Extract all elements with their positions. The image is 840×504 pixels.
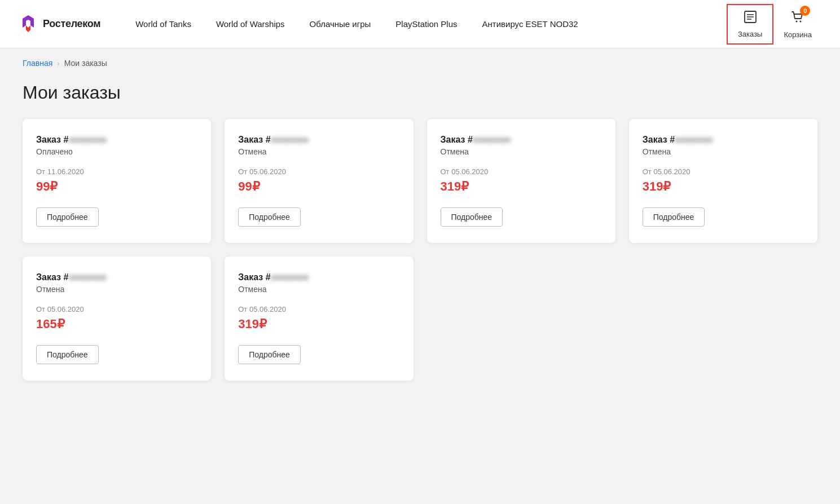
orders-grid-row2: Заказ #●●●●●●● Отмена От 05.06.2020 165₽… xyxy=(0,257,840,403)
order-detail-btn-1[interactable]: Подробнее xyxy=(36,207,99,227)
order-number-5: Заказ #●●●●●●● xyxy=(36,272,197,282)
order-card-1: Заказ #●●●●●●● Оплачено От 11.06.2020 99… xyxy=(23,119,211,243)
orders-button[interactable]: Заказы xyxy=(727,4,773,45)
breadcrumb-separator: › xyxy=(57,59,59,68)
order-card-2: Заказ #●●●●●●● Отмена От 05.06.2020 99₽ … xyxy=(225,119,413,243)
nav-world-of-warships[interactable]: World of Warships xyxy=(204,19,297,29)
order-date-6: От 05.06.2020 xyxy=(238,305,399,313)
order-status-1: Оплачено xyxy=(36,147,197,156)
order-price-2: 99₽ xyxy=(238,179,399,194)
order-date-1: От 11.06.2020 xyxy=(36,167,197,176)
order-card-3: Заказ #●●●●●●● Отмена От 05.06.2020 319₽… xyxy=(427,119,615,243)
cart-button[interactable]: 0 Корзина xyxy=(773,4,822,45)
order-id-5: ●●●●●●● xyxy=(68,272,107,282)
order-detail-btn-2[interactable]: Подробнее xyxy=(238,207,301,227)
svg-marker-1 xyxy=(26,25,30,32)
order-number-1: Заказ #●●●●●●● xyxy=(36,135,197,145)
nav-world-of-tanks[interactable]: World of Tanks xyxy=(123,19,204,29)
order-id-1: ●●●●●●● xyxy=(68,135,107,145)
svg-point-7 xyxy=(800,21,802,23)
order-date-3: От 05.06.2020 xyxy=(441,167,602,176)
page-title: Мои заказы xyxy=(0,73,840,119)
order-number-3: Заказ #●●●●●●● xyxy=(441,135,602,145)
nav-antivirus[interactable]: Антивирус ESET NOD32 xyxy=(470,19,591,29)
order-id-3: ●●●●●●● xyxy=(473,135,511,145)
order-card-4: Заказ #●●●●●●● Отмена От 05.06.2020 319₽… xyxy=(629,119,817,243)
order-card-5: Заказ #●●●●●●● Отмена От 05.06.2020 165₽… xyxy=(23,257,211,381)
order-number-4: Заказ #●●●●●●● xyxy=(643,135,804,145)
logo-text: Ростелеком xyxy=(43,18,100,30)
order-id-4: ●●●●●●● xyxy=(675,135,713,145)
breadcrumb-current: Мои заказы xyxy=(64,59,107,68)
order-status-2: Отмена xyxy=(238,147,399,156)
order-id-6: ●●●●●●● xyxy=(271,272,309,282)
order-status-5: Отмена xyxy=(36,285,197,294)
header-actions: Заказы 0 Корзина xyxy=(727,4,822,45)
order-price-1: 99₽ xyxy=(36,179,197,194)
order-id-2: ●●●●●●● xyxy=(271,135,309,145)
order-price-4: 319₽ xyxy=(643,179,804,194)
breadcrumb-home[interactable]: Главная xyxy=(23,59,52,68)
main-nav: World of Tanks World of Warships Облачны… xyxy=(123,19,727,29)
order-status-6: Отмена xyxy=(238,285,399,294)
logo[interactable]: Ростелеком xyxy=(18,14,100,34)
order-number-2: Заказ #●●●●●●● xyxy=(238,135,399,145)
order-status-4: Отмена xyxy=(643,147,804,156)
orders-grid-row1: Заказ #●●●●●●● Оплачено От 11.06.2020 99… xyxy=(0,119,840,257)
nav-playstation-plus[interactable]: PlayStation Plus xyxy=(383,19,469,29)
header: Ростелеком World of Tanks World of Warsh… xyxy=(0,0,840,48)
order-status-3: Отмена xyxy=(441,147,602,156)
cart-label: Корзина xyxy=(784,30,812,39)
svg-point-6 xyxy=(796,21,798,23)
order-date-4: От 05.06.2020 xyxy=(643,167,804,176)
orders-icon xyxy=(743,10,758,28)
orders-label: Заказы xyxy=(738,30,762,38)
cart-icon-wrap: 0 xyxy=(790,9,806,28)
order-number-6: Заказ #●●●●●●● xyxy=(238,272,399,282)
cart-badge: 0 xyxy=(800,6,810,16)
order-price-5: 165₽ xyxy=(36,317,197,331)
order-detail-btn-4[interactable]: Подробнее xyxy=(643,207,705,227)
order-card-6: Заказ #●●●●●●● Отмена От 05.06.2020 319₽… xyxy=(225,257,413,381)
order-price-6: 319₽ xyxy=(238,317,399,331)
order-date-5: От 05.06.2020 xyxy=(36,305,197,313)
svg-marker-0 xyxy=(23,15,34,28)
order-price-3: 319₽ xyxy=(441,179,602,194)
order-detail-btn-6[interactable]: Подробнее xyxy=(238,345,301,364)
breadcrumb: Главная › Мои заказы xyxy=(0,48,840,73)
order-detail-btn-3[interactable]: Подробнее xyxy=(441,207,503,227)
order-date-2: От 05.06.2020 xyxy=(238,167,399,176)
nav-cloud-games[interactable]: Облачные игры xyxy=(297,19,384,29)
order-detail-btn-5[interactable]: Подробнее xyxy=(36,345,99,364)
